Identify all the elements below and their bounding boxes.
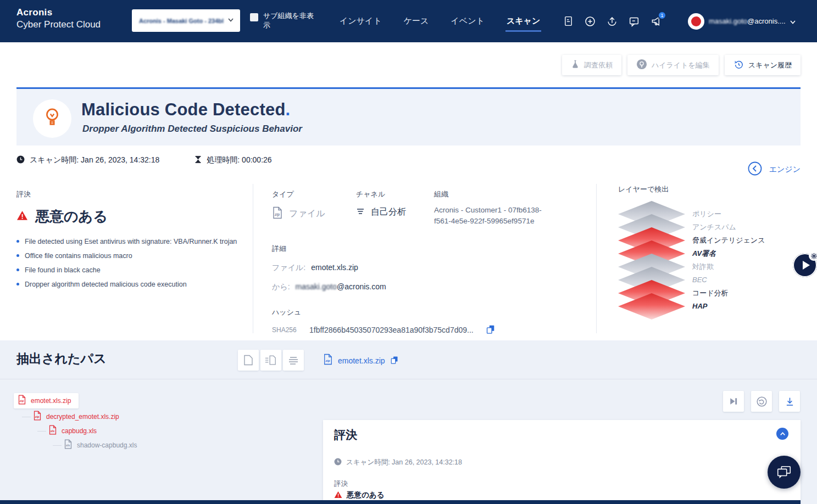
rescan-rotate-button[interactable] [751,391,772,412]
layer-label-code-analysis: コード分析 [692,289,729,298]
user-chevron-down-icon[interactable] [789,18,797,28]
channel-label: チャネル [356,189,434,199]
verdict-panel-heading: 評決 [334,427,357,443]
scan-history-label: スキャン履歴 [748,60,792,70]
tree-item-decrypted-zip[interactable]: zip decrypted_emotet.xls.zip [33,411,119,423]
svg-text:zip: zip [274,212,280,217]
xls-file-icon-red: xls [48,425,57,437]
svg-text:xls: xls [50,429,55,433]
panel-verdict-row: 悪意のある [334,490,384,500]
verdict-reason: File found in black cache [16,266,247,275]
svg-text:xls: xls [65,444,70,447]
investigation-request-button[interactable]: 調査依頼 [562,55,621,75]
file-label: ファイル: [272,263,305,273]
reason-text: Office file contains malicious macro [25,251,132,261]
view-toggle-text[interactable] [283,350,304,371]
collapse-panel-button[interactable] [776,428,788,440]
user-avatar[interactable] [688,13,704,30]
hide-suborg-label: サブ組織を非表示 [263,11,318,30]
zip-file-icon: zip [323,354,333,367]
nav-tab-events[interactable]: イベント [451,16,484,26]
view-toggle-document[interactable] [238,350,259,371]
hash-label: ハッシュ [272,307,582,317]
from-value-local: masaki.goto [296,282,337,291]
document-icon[interactable] [562,15,575,28]
layer-label-threat-intel: 脅威インテリジェンス [692,236,765,245]
user-email-local: masaki.goto [709,17,747,25]
verdict-value-row: 悪意のある [16,207,247,226]
guided-tour-play-button[interactable] [793,253,817,277]
tree-item-emotet-zip[interactable]: zip emotet.xls.zip [14,393,79,408]
lightbulb-icon [42,107,63,131]
nav-tab-cases[interactable]: ケース [404,16,429,26]
scan-meta-row: スキャン時間: Jan 26, 2023, 14:32:18 処理時間: 00:… [16,155,272,165]
tree-item-capbudg-xls[interactable]: xls capbudg.xls [48,425,97,437]
skip-to-end-button[interactable] [723,391,744,412]
upload-icon[interactable] [605,15,619,28]
hide-suborg-checkbox[interactable] [250,13,258,21]
svg-text:zip: zip [35,415,40,418]
tree-item-name: emotet.xls.zip [31,397,71,405]
details-column: タイプ zip ファイル チャネル 自己分析 組織 [272,189,582,336]
scan-history-button[interactable]: スキャン履歴 [725,55,801,75]
edit-highlights-button[interactable]: ハイライトを編集 [627,55,719,75]
tree-connector [53,445,62,446]
add-plus-icon[interactable] [583,15,597,28]
nav-tab-insight[interactable]: インサイト [340,16,382,26]
warning-triangle-icon [16,210,28,223]
column-divider-1 [253,184,253,333]
chevron-left-circle-icon [748,161,762,177]
notification-badge: 1 [658,11,666,20]
hide-suborg-control: サブ組織を非表示 [250,11,318,30]
feedback-chat-icon[interactable] [627,15,641,28]
announcements-icon[interactable]: 1 [649,15,663,28]
engine-link-label: エンジン [769,165,801,175]
brand-product: Cyber Protect Cloud [16,19,101,30]
type-label: タイプ [272,189,356,199]
type-block: タイプ zip ファイル [272,189,356,227]
download-button[interactable] [779,391,800,412]
organization-selector-value: Acronis - Masaki Goto - 234bl [139,18,227,24]
bullet-dot [16,254,19,257]
copy-file-icon[interactable] [390,355,398,366]
alert-title: Malicious Code Detected. [81,100,290,120]
type-value: ファイル [289,208,325,220]
top-navigation-bar: Acronis Cyber Protect Cloud Acronis - Ma… [0,0,817,42]
layer-label-antifraud: 対詐欺 [692,262,714,271]
tree-connector [37,431,46,432]
panel-verdict-value: 悪意のある [347,490,384,500]
alert-title-text: Malicious Code Detected [81,100,286,119]
support-chat-button[interactable] [768,456,801,489]
organization-selector[interactable]: Acronis - Masaki Goto - 234bl [132,9,240,32]
tree-item-shadow-capbudg-xls[interactable]: xls shadow-capbudg.xls [64,439,137,451]
verdict-column: 評決 悪意のある File detected using Eset antivi… [16,189,247,294]
verdict-reasons: File detected using Eset antivirus with … [16,237,247,289]
layer-diamond-hap [618,293,685,320]
organization-block: 組織 Acronis - Customer1 - 07fb6138-f561-4… [434,189,558,227]
column-divider-2 [596,184,597,333]
tree-item-name: decrypted_emotet.xls.zip [46,413,119,421]
channel-block: チャネル 自己分析 [356,189,434,227]
scan-time: スキャン時間: Jan 26, 2023, 14:32:18 [16,155,159,165]
panel-verdict-label: 評決 [334,479,348,489]
alert-title-period: . [286,100,291,119]
engine-link[interactable]: エンジン [748,161,801,177]
brand-name: Acronis [16,7,101,18]
panel-scan-time-text: スキャン時間: Jan 26, 2023, 14:32:18 [346,458,462,467]
panel-scan-time: スキャン時間: Jan 26, 2023, 14:32:18 [334,458,462,467]
organization-label: 組織 [434,189,558,199]
user-account-menu[interactable]: masaki.goto@acronis.... [709,17,786,25]
section-divider [0,379,817,379]
chevron-down-icon [227,16,235,26]
extracted-path-section: 抽出されたパス zip emotet.xls.zip zip emotet.xl… [0,340,817,504]
detection-alert-banner: Malicious Code Detected. Dropper Algorit… [16,89,801,145]
from-row: から: masaki.goto@acronis.com [272,282,582,292]
bullet-dot [16,240,19,243]
tree-item-name: shadow-capbudg.xls [77,441,137,449]
copy-hash-icon[interactable] [486,324,495,336]
root-file-chip[interactable]: zip emotet.xls.zip [323,354,398,367]
verdict-value: 悪意のある [35,207,108,226]
nav-tab-scan[interactable]: スキャン [507,16,540,26]
view-toggle-document-details[interactable] [260,350,281,371]
alert-subtitle: Dropper Algorithm Detected Suspicious Be… [82,124,302,135]
